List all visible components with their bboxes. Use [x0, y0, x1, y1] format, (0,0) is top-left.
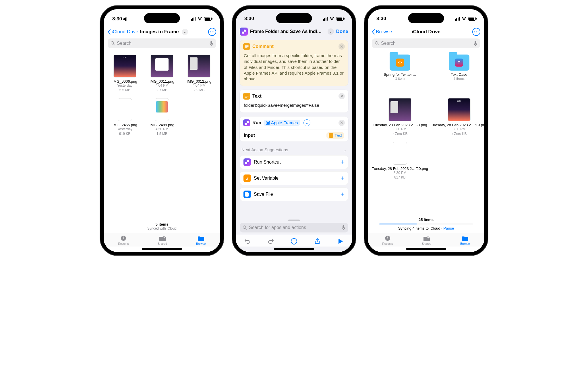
- file-thumbnail: [393, 142, 407, 165]
- file-item[interactable]: Tuesday, 28 Feb 2023 2…/19.png 8:30 PM ↑…: [431, 98, 484, 136]
- sync-progress: [379, 224, 473, 224]
- nav-bar: iCloud Drive Images to Frame ⌄: [104, 26, 220, 38]
- more-button[interactable]: [208, 28, 216, 36]
- file-meta: 4:04 PM: [145, 84, 179, 88]
- reveal-button[interactable]: ⌄: [303, 119, 310, 126]
- back-button[interactable]: Browse: [372, 29, 392, 35]
- file-name: Spring for Twitter ☁︎: [372, 72, 428, 77]
- shortcut-title[interactable]: Frame Folder and Save As Indivi…: [250, 29, 324, 34]
- svg-rect-11: [267, 122, 269, 124]
- mic-icon[interactable]: [209, 41, 213, 46]
- suggestion-row[interactable]: 𝑥Set Variable+: [240, 171, 348, 185]
- text-body[interactable]: folder&quickSave+mergeImages=False: [240, 102, 348, 112]
- tab-browse[interactable]: Browse: [196, 235, 206, 245]
- title-menu-button[interactable]: ⌄: [328, 28, 334, 35]
- file-item[interactable]: IMG_0011.png 4:04 PM 2.7 MB: [145, 55, 179, 92]
- share-button[interactable]: [313, 237, 321, 245]
- tab-shared[interactable]: Shared: [422, 235, 431, 245]
- file-item[interactable]: IMG_0012.png 4:04 PM 2.9 MB: [182, 55, 216, 92]
- home-indicator[interactable]: [142, 248, 182, 250]
- delete-action-button[interactable]: ✕: [339, 43, 345, 50]
- input-param-row[interactable]: Input Text: [240, 129, 348, 141]
- tab-recents[interactable]: Recents: [382, 235, 393, 245]
- text-action[interactable]: Text ✕ folder&quickSave+mergeImages=Fals…: [240, 90, 348, 112]
- comment-body[interactable]: Get all images from a specific folder, f…: [240, 53, 348, 86]
- home-indicator[interactable]: [274, 248, 314, 250]
- mic-icon[interactable]: [341, 225, 345, 230]
- file-size: 2.7 MB: [145, 88, 179, 93]
- signal-icon: [455, 17, 460, 21]
- undo-button[interactable]: [243, 237, 252, 245]
- search-field[interactable]: Search: [108, 38, 216, 48]
- file-thumbnail: [150, 55, 173, 77]
- search-placeholder: Search for apps and actions: [249, 225, 340, 230]
- add-suggestion-button[interactable]: +: [341, 191, 345, 198]
- search-field[interactable]: Search: [372, 38, 480, 48]
- folder-item[interactable]: Spring for Twitter ☁︎ 1 item: [372, 55, 428, 92]
- tab-browse[interactable]: Browse: [460, 235, 470, 245]
- title-menu-button[interactable]: ⌄: [182, 29, 188, 35]
- file-name: IMG_0006.png: [108, 79, 142, 84]
- run-button[interactable]: [336, 237, 345, 245]
- clock-icon: [384, 235, 391, 242]
- file-item[interactable]: Tuesday, 28 Feb 2023 2…/20.png 8:30 PM 8…: [372, 142, 428, 180]
- file-size: ↑ Zero KB: [431, 132, 484, 136]
- add-suggestion-button[interactable]: +: [341, 174, 345, 182]
- tab-recents[interactable]: Recents: [118, 235, 129, 245]
- add-suggestion-button[interactable]: +: [341, 158, 345, 166]
- tab-shared[interactable]: Shared: [158, 235, 167, 245]
- svg-point-12: [243, 226, 246, 229]
- svg-point-19: [477, 31, 478, 32]
- file-meta: Yesterday: [108, 127, 142, 132]
- file-size: 817 KB: [372, 175, 428, 180]
- file-meta: 8:30 PM: [372, 171, 428, 175]
- info-button[interactable]: [290, 237, 298, 245]
- folder-item[interactable]: Text Case 2 items: [431, 55, 484, 92]
- search-placeholder: Search: [381, 41, 472, 46]
- suggestions-header[interactable]: Next Action Suggestions ⌄: [240, 146, 348, 155]
- file-item[interactable]: IMG_0006.png Yesterday 5.5 MB: [108, 55, 142, 92]
- suggestion-row[interactable]: Run Shortcut+: [240, 155, 348, 169]
- file-name: Tuesday, 28 Feb 2023 2…-3.png: [372, 123, 428, 127]
- sheet-grabber[interactable]: [288, 220, 300, 221]
- footer-status: 25 items Syncing 4 items to iCloud · Pau…: [368, 215, 484, 233]
- svg-point-18: [476, 31, 477, 32]
- files-content: Spring for Twitter ☁︎ 1 item Text Case 2…: [368, 51, 484, 215]
- search-icon: [111, 41, 115, 46]
- input-value-pill[interactable]: Text: [326, 132, 344, 139]
- file-item[interactable]: IMG_2489.png 4:50 PM 1.5 MB: [145, 98, 179, 136]
- back-label: Browse: [376, 29, 392, 35]
- comment-action[interactable]: Comment ✕ Get all images from a specific…: [240, 40, 348, 86]
- file-item[interactable]: IMG_2455.png Yesterday 919 KB: [108, 98, 142, 136]
- file-item[interactable]: Tuesday, 28 Feb 2023 2…-3.png 8:30 PM ↑ …: [372, 98, 428, 136]
- back-button[interactable]: iCloud Drive: [108, 29, 138, 35]
- suggestion-row[interactable]: Save File+: [240, 187, 348, 201]
- wifi-icon: [461, 17, 467, 21]
- file-size: 1.5 MB: [145, 132, 179, 136]
- mic-icon[interactable]: [473, 41, 477, 46]
- pause-button[interactable]: Pause: [443, 226, 454, 230]
- svg-point-9: [332, 20, 332, 20]
- home-indicator[interactable]: [406, 248, 446, 250]
- input-label: Input: [244, 133, 255, 138]
- file-meta: Yesterday: [108, 84, 142, 88]
- done-button[interactable]: Done: [336, 29, 349, 34]
- folder-thumbnail: [449, 55, 469, 71]
- delete-action-button[interactable]: ✕: [339, 120, 345, 126]
- run-shortcut-action[interactable]: Run Apple Frames ⌄ ✕ Input Text: [240, 117, 348, 141]
- redo-button[interactable]: [267, 237, 275, 245]
- file-meta: 8:30 PM: [431, 127, 484, 132]
- action-search-field[interactable]: Search for apps and actions: [240, 223, 348, 232]
- status-time: 8:30: [244, 16, 254, 22]
- sync-status: Synced with iCloud: [104, 226, 220, 230]
- run-target-token[interactable]: Apple Frames: [264, 120, 300, 126]
- file-meta: 2 items: [431, 77, 484, 81]
- svg-rect-21: [475, 41, 476, 44]
- suggestion-label: Save File: [254, 192, 338, 197]
- svg-point-20: [375, 42, 378, 44]
- item-count: 5 items: [104, 222, 220, 226]
- more-button[interactable]: [472, 28, 480, 36]
- file-size: 2.9 MB: [182, 88, 216, 93]
- phone-files-folder: 8:30◀︎ iCloud Drive Images to Frame ⌄ Se…: [100, 6, 224, 255]
- delete-action-button[interactable]: ✕: [339, 93, 345, 99]
